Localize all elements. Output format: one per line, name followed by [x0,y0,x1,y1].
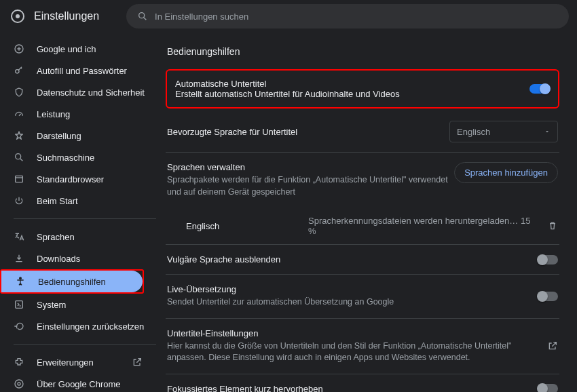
language-download-status: Spracherkennungsdateien werden herunterg… [308,216,538,236]
sidebar-item-startup[interactable]: Beim Start [0,190,156,212]
manage-languages-title: Sprachen verwalten [167,162,454,172]
sidebar-item-label: Suchmaschine [37,153,94,163]
highlighted-sidebar-item: Bedienungshilfen [0,269,144,294]
sidebar-item-label: Erweiterungen [37,357,113,368]
delete-icon[interactable] [547,220,558,231]
focus-highlight-toggle[interactable] [538,384,558,392]
sidebar-item-google[interactable]: Google und ich [0,38,156,60]
extension-icon [14,357,24,368]
add-languages-button[interactable]: Sprachen hinzufügen [454,162,558,183]
palette-icon [14,130,24,141]
svg-line-5 [20,159,23,161]
divider [14,218,156,219]
key-icon [14,65,24,76]
open-in-new-icon [132,357,143,368]
window-icon [14,174,24,184]
sidebar-item-autofill[interactable]: Autofill und Passwörter [0,60,156,81]
svg-point-3 [16,70,19,73]
download-icon [14,253,24,264]
sidebar-item-extensions[interactable]: Erweiterungen [0,351,156,373]
sidebar-item-label: Einstellungen zurücksetzen [37,321,144,332]
svg-point-8 [20,277,22,279]
sidebar-item-label: Datenschutz und Sicherheit [37,87,145,98]
manage-languages-row: Sprachen verwalten Sprachpakete werden f… [166,153,559,208]
app-title: Einstellungen [34,10,99,22]
chrome-logo-icon [11,9,24,23]
sidebar-item-label: Beim Start [37,196,78,206]
sidebar-item-label: Sprachen [37,232,75,242]
svg-point-10 [15,380,23,388]
sidebar-item-label: Bedienungshilfen [38,277,106,287]
auto-captions-toggle[interactable] [529,84,550,94]
sidebar-item-system[interactable]: System [0,294,156,315]
translate-icon [14,231,24,242]
sidebar: Google und ich Autofill und Passwörter D… [0,33,156,392]
sidebar-item-label: Standardbrowser [37,174,104,184]
chrome-icon [14,378,24,389]
shield-icon [14,87,24,98]
divider [14,344,156,345]
search-input[interactable]: In Einstellungen suchen [126,4,569,28]
auto-captions-sub: Erstellt automatisch Untertitel für Audi… [175,89,400,99]
sidebar-item-default-browser[interactable]: Standardbrowser [0,168,156,190]
dropdown-value: Englisch [457,127,490,137]
accessibility-icon [15,276,26,287]
focus-highlight-row: Fokussiertes Element kurz hervorheben [166,374,559,393]
live-translate-row: Live-Übersetzung Sendet Untertitel zur a… [166,275,559,319]
vulgar-language-toggle[interactable] [538,255,558,264]
sidebar-item-reset[interactable]: Einstellungen zurücksetzen [0,315,156,337]
highlighted-auto-captions-row: Automatische Untertitel Erstellt automat… [166,69,559,109]
preferred-language-row: Bevorzugte Sprache für Untertitel Englis… [166,111,559,153]
app-header: Einstellungen In Einstellungen suchen [0,0,577,33]
live-translate-toggle[interactable] [538,292,558,301]
reset-icon [14,321,24,332]
sidebar-item-label: Downloads [37,254,80,264]
preferred-language-title: Bevorzugte Sprache für Untertitel [167,127,449,137]
speedometer-icon [14,109,24,119]
manage-languages-sub: Sprachpakete werden für die Funktion „Au… [167,174,454,198]
sidebar-item-label: Darstellung [37,131,81,141]
search-icon [137,11,148,22]
main-content: Bedienungshilfen Automatische Untertitel… [156,33,577,392]
sidebar-item-downloads[interactable]: Downloads [0,248,156,269]
svg-line-1 [144,18,147,20]
auto-captions-title: Automatische Untertitel [175,79,400,89]
sidebar-item-performance[interactable]: Leistung [0,103,156,125]
sidebar-item-label: Über Google Chrome [37,379,121,389]
vulgar-language-title: Vulgäre Sprache ausblenden [167,254,538,264]
sidebar-item-privacy[interactable]: Datenschutz und Sicherheit [0,81,156,103]
chevron-down-icon [544,128,551,135]
sidebar-item-appearance[interactable]: Darstellung [0,125,156,146]
page-title: Bedienungshilfen [167,46,559,57]
svg-point-11 [18,383,20,385]
sidebar-item-label: System [37,300,66,310]
system-icon [14,299,24,310]
svg-point-0 [139,13,145,18]
sidebar-item-languages[interactable]: Sprachen [0,226,156,248]
sidebar-item-label: Leistung [37,109,70,119]
sidebar-item-accessibility[interactable]: Bedienungshilfen [1,271,143,292]
open-in-new-icon [547,340,558,351]
live-translate-title: Live-Übersetzung [167,284,538,294]
sidebar-item-about[interactable]: Über Google Chrome [0,373,156,392]
language-entry-row: Englisch Spracherkennungsdateien werden … [166,208,559,245]
search-icon [14,152,24,163]
language-name: Englisch [186,221,308,231]
caption-prefs-sub: Hier kannst du die Größe von Untertiteln… [167,340,547,364]
sidebar-item-search[interactable]: Suchmaschine [0,146,156,168]
sidebar-item-label: Google und ich [37,44,96,54]
preferred-language-dropdown[interactable]: Englisch [449,121,558,142]
caption-prefs-row[interactable]: Untertitel-Einstellungen Hier kannst du … [166,319,559,374]
svg-rect-6 [16,176,23,182]
live-translate-sub: Sendet Untertitel zur automatischen Über… [167,296,538,309]
power-icon [14,195,24,206]
caption-prefs-title: Untertitel-Einstellungen [167,328,547,338]
sidebar-item-label: Autofill und Passwörter [37,66,127,76]
vulgar-language-row: Vulgäre Sprache ausblenden [166,245,559,275]
svg-point-4 [16,154,21,159]
google-icon [14,43,24,54]
focus-highlight-title: Fokussiertes Element kurz hervorheben [167,384,538,393]
search-placeholder: In Einstellungen suchen [155,12,248,22]
